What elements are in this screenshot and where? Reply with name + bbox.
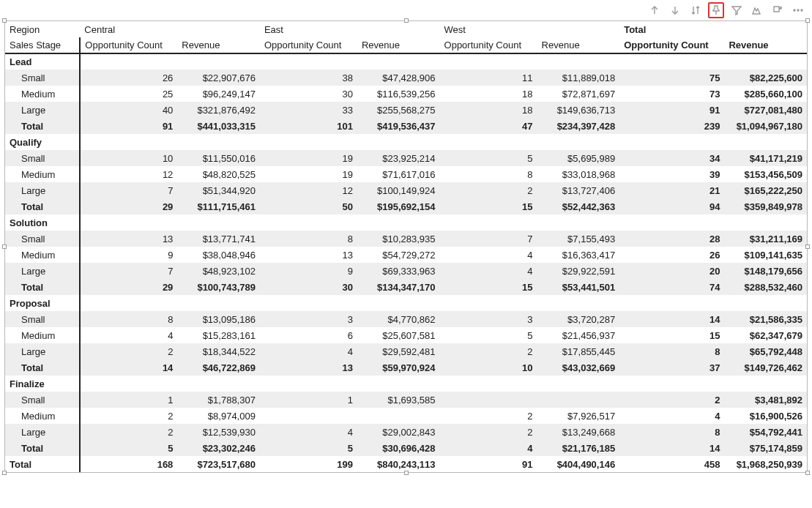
column-header-oc[interactable]: Opportunity Count [80, 37, 177, 53]
column-header-oc[interactable]: Opportunity Count [619, 37, 724, 53]
subtotal-finalize[interactable]: Total [5, 440, 80, 456]
row-finalize-large[interactable]: Large [5, 424, 80, 440]
empty-cell [537, 214, 620, 231]
svg-point-1 [797, 10, 799, 11]
empty-cell [724, 295, 807, 311]
data-cell: $21,586,335 [724, 311, 807, 327]
resize-handle[interactable] [404, 18, 409, 23]
row-qualify-large[interactable]: Large [5, 182, 80, 198]
subtotal-cell: 29 [80, 198, 177, 214]
empty-cell [537, 376, 620, 392]
stage-solution[interactable]: Solution [5, 214, 80, 231]
empty-cell [724, 134, 807, 150]
column-region-central[interactable]: Central [80, 21, 260, 37]
column-header-revenue[interactable]: Revenue [724, 37, 807, 53]
subtotal-cell: 15 [440, 279, 537, 295]
data-cell: 18 [440, 86, 537, 102]
column-header-oc[interactable]: Opportunity Count [260, 37, 357, 53]
focus-mode-icon[interactable] [749, 2, 765, 18]
grand-total-cell: $840,243,113 [357, 456, 440, 472]
pin-icon[interactable] [708, 2, 724, 18]
row-finalize-medium[interactable]: Medium [5, 408, 80, 424]
empty-cell [537, 53, 620, 70]
data-cell: 4 [260, 343, 357, 359]
empty-cell [260, 376, 357, 392]
row-lead-medium[interactable]: Medium [5, 86, 80, 102]
resize-handle[interactable] [2, 18, 7, 23]
subtotal-cell: $195,692,154 [357, 198, 440, 214]
subtotal-cell: 4 [440, 440, 537, 456]
data-cell: 34 [619, 150, 724, 166]
filter-icon[interactable] [729, 2, 745, 18]
data-cell: 8 [619, 424, 724, 440]
row-proposal-medium[interactable]: Medium [5, 327, 80, 343]
data-cell: $1,693,585 [357, 392, 440, 408]
matrix-visual[interactable]: RegionCentralEastWestTotalSales StageOpp… [4, 20, 808, 473]
svg-point-0 [794, 10, 795, 11]
data-cell: $13,727,406 [537, 182, 620, 198]
empty-cell [357, 295, 440, 311]
grand-total-row[interactable]: Total [5, 456, 80, 472]
row-solution-small[interactable]: Small [5, 231, 80, 247]
subtotal-lead[interactable]: Total [5, 118, 80, 134]
subtotal-cell: $46,722,869 [177, 359, 260, 376]
data-cell: 12 [80, 166, 177, 182]
resize-handle[interactable] [2, 244, 7, 249]
empty-cell [440, 214, 537, 231]
stage-proposal[interactable]: Proposal [5, 295, 80, 311]
data-cell: $29,922,591 [537, 263, 620, 279]
export-icon[interactable] [770, 2, 786, 18]
data-cell: $100,149,924 [357, 182, 440, 198]
row-solution-large[interactable]: Large [5, 263, 80, 279]
region-header-label: Region [5, 21, 80, 37]
subtotal-qualify[interactable]: Total [5, 198, 80, 214]
arrow-down-icon[interactable] [667, 2, 683, 18]
data-cell: $12,539,930 [177, 424, 260, 440]
column-region-total[interactable]: Total [619, 21, 807, 37]
resize-handle[interactable] [805, 244, 810, 249]
resize-handle[interactable] [805, 471, 810, 475]
column-header-revenue[interactable]: Revenue [537, 37, 620, 53]
data-cell: 19 [260, 166, 357, 182]
data-cell: $7,926,517 [537, 408, 620, 424]
data-cell: 91 [619, 102, 724, 118]
row-solution-medium[interactable]: Medium [5, 247, 80, 263]
row-finalize-small[interactable]: Small [5, 392, 80, 408]
column-region-west[interactable]: West [440, 21, 620, 37]
data-cell: 4 [440, 247, 537, 263]
data-cell: $48,923,102 [177, 263, 260, 279]
column-header-oc[interactable]: Opportunity Count [440, 37, 537, 53]
data-cell: 2 [80, 408, 177, 424]
data-cell: $165,222,250 [724, 182, 807, 198]
row-lead-small[interactable]: Small [5, 70, 80, 86]
data-cell: $15,283,161 [177, 327, 260, 343]
data-cell: $255,568,275 [357, 102, 440, 118]
empty-cell [357, 53, 440, 70]
resize-handle[interactable] [805, 18, 810, 23]
row-qualify-medium[interactable]: Medium [5, 166, 80, 182]
sales-stage-header-label: Sales Stage [5, 37, 80, 53]
resize-handle[interactable] [404, 471, 409, 475]
row-proposal-small[interactable]: Small [5, 311, 80, 327]
subtotal-cell: $419,536,437 [357, 118, 440, 134]
more-options-icon[interactable] [790, 2, 806, 18]
grand-total-cell: $404,490,146 [537, 456, 620, 472]
subtotal-cell: 14 [619, 440, 724, 456]
stage-qualify[interactable]: Qualify [5, 134, 80, 150]
subtotal-cell: $441,033,315 [177, 118, 260, 134]
subtotal-cell: 239 [619, 118, 724, 134]
sort-icon[interactable] [688, 2, 704, 18]
column-header-revenue[interactable]: Revenue [177, 37, 260, 53]
column-header-revenue[interactable]: Revenue [357, 37, 440, 53]
subtotal-solution[interactable]: Total [5, 279, 80, 295]
resize-handle[interactable] [2, 471, 7, 475]
arrow-up-icon[interactable] [647, 2, 663, 18]
stage-finalize[interactable]: Finalize [5, 376, 80, 392]
row-lead-large[interactable]: Large [5, 102, 80, 118]
subtotal-proposal[interactable]: Total [5, 359, 80, 376]
column-region-east[interactable]: East [260, 21, 440, 37]
row-proposal-large[interactable]: Large [5, 343, 80, 359]
row-qualify-small[interactable]: Small [5, 150, 80, 166]
data-cell: 12 [260, 182, 357, 198]
stage-lead[interactable]: Lead [5, 53, 80, 70]
